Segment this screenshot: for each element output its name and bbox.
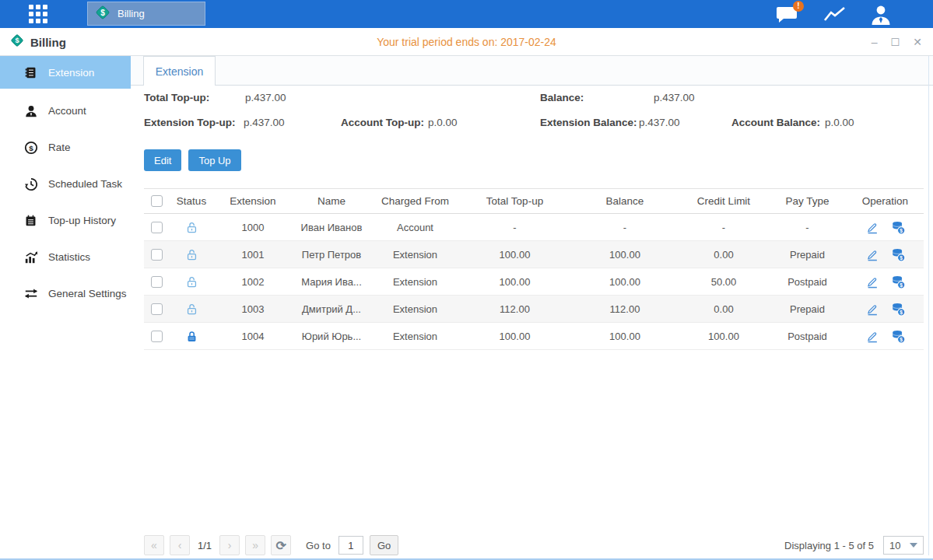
extension-topup-label: Extension Top-up: [144,117,236,128]
svg-text:$: $ [900,309,903,315]
name-cell: Юрий Юрь... [292,323,371,349]
maximize-button[interactable]: ☐ [891,37,900,47]
credit-limit-cell: 0.00 [679,241,768,268]
page-size-value: 10 [889,540,900,551]
balance-cell: 112.00 [570,296,679,322]
lock-open-icon[interactable] [185,275,198,289]
select-all-cell [144,189,169,213]
credit-limit-cell: 50.00 [679,268,768,295]
pagination-bar: « ‹ 1/1 › » ⟳ Go to Go Displaying 1 - 5 … [144,535,924,555]
goto-page-input[interactable] [338,536,363,555]
sidebar-item-account[interactable]: Account [0,93,131,129]
goto-label: Go to [306,540,331,551]
edit-pencil-icon[interactable] [865,329,879,343]
lock-open-icon[interactable] [185,303,198,316]
total-topup-cell: - [459,214,570,240]
charged-from-cell: Extension [371,268,459,295]
charged-from-cell: Extension [371,241,459,268]
edit-pencil-icon[interactable] [865,275,879,289]
credit-limit-cell: 0.00 [679,296,768,322]
top-up-coins-icon[interactable]: $ [891,275,906,289]
minimize-button[interactable]: – [872,37,878,47]
taskbar-tab-billing[interactable]: $ Billing [87,2,205,26]
sidebar-item-topup-history[interactable]: Top-up History [0,202,131,239]
tab-extension[interactable]: Extension [143,56,216,86]
account-balance-label: Account Balance: [731,117,820,128]
sidebar-item-label: Top-up History [48,215,116,226]
dollar-circle-icon: $ [23,140,38,155]
sidebar-item-rate[interactable]: $ Rate [0,129,131,166]
lock-closed-icon[interactable] [185,330,198,343]
lock-open-icon[interactable] [185,248,198,261]
billing-app-window: $ Billing ! [0,0,933,560]
notebook-icon [23,213,38,228]
first-page-button[interactable]: « [144,535,164,555]
top-up-button[interactable]: Top Up [188,149,240,171]
top-up-coins-icon[interactable]: $ [891,247,906,262]
column-header: Total Top-up [459,189,570,213]
total-topup-value: p.437.00 [245,92,286,103]
sidebar-item-scheduled-task[interactable]: Scheduled Task [0,166,131,202]
sidebar-item-label: Scheduled Task [48,178,122,190]
row-checkbox[interactable] [151,222,163,233]
billing-app-icon: $ [94,4,111,24]
sidebar-item-statistics[interactable]: Statistics [0,239,131,275]
extension-balance-label: Extension Balance: [540,117,637,128]
top-up-coins-icon[interactable]: $ [891,329,906,344]
column-header: Balance [570,189,679,213]
column-header: Pay Type [768,189,847,213]
extension-cell: 1000 [214,214,292,240]
refresh-icon[interactable]: ⟳ [271,535,291,555]
sidebar-item-general-settings[interactable]: General Settings [0,275,131,312]
user-icon[interactable] [866,3,896,26]
edit-button[interactable]: Edit [144,149,181,171]
lock-open-icon[interactable] [185,221,198,234]
top-up-coins-icon[interactable]: $ [891,220,906,235]
svg-text:$: $ [100,8,105,16]
edit-pencil-icon[interactable] [865,220,879,234]
row-checkbox[interactable] [151,331,163,342]
row-checkbox[interactable] [151,303,163,315]
table-row: 1002Мария Ива...Extension100.00100.0050.… [144,268,924,296]
pay-type-cell: Postpaid [768,323,847,349]
trial-notice: Your trial period ends on: 2017-02-24 [0,28,933,56]
select-all-checkbox[interactable] [151,195,163,207]
charged-from-cell: Extension [371,323,459,349]
last-page-button[interactable]: » [245,535,265,555]
app-grid-icon[interactable] [29,5,52,23]
name-cell: Петр Петров [292,241,371,268]
balance-label: Balance: [540,92,584,103]
table-row: 1004Юрий Юрь...Extension100.00100.00100.… [144,323,924,350]
row-checkbox[interactable] [151,249,163,261]
balance-cell: 100.00 [570,241,679,268]
next-page-button[interactable]: › [219,535,240,555]
page-size-select[interactable]: 10 [883,536,924,555]
extension-cell: 1003 [214,296,292,322]
extension-cell: 1002 [214,268,292,295]
sidebar-item-label: Rate [48,142,71,153]
chat-icon[interactable]: ! [773,3,802,26]
column-header: Status [169,189,214,213]
top-up-coins-icon[interactable]: $ [891,302,906,317]
sidebar-item-extension[interactable]: Extension [0,56,131,89]
name-cell: Мария Ива... [292,268,371,295]
system-topbar: $ Billing ! [0,0,933,28]
prev-page-button[interactable]: ‹ [170,535,190,555]
sidebar-item-label: Extension [48,67,94,79]
sidebar-item-label: Account [48,105,86,117]
row-checkbox[interactable] [151,276,163,288]
person-icon [23,103,38,118]
table-row: 1000Иван ИвановAccount----$ [144,214,924,241]
extension-topup-value: p.437.00 [244,117,285,128]
go-button[interactable]: Go [370,535,398,555]
balance-cell: 100.00 [570,268,679,295]
close-button[interactable]: ✕ [913,37,922,47]
pay-type-cell: Prepaid [768,241,847,268]
chart-icon[interactable] [820,3,850,26]
edit-pencil-icon[interactable] [865,302,879,316]
charged-from-cell: Extension [371,296,459,322]
extension-cell: 1004 [214,323,292,349]
displaying-text: Displaying 1 - 5 of 5 [784,540,874,551]
edit-pencil-icon[interactable] [865,247,879,261]
account-topup-label: Account Top-up: [341,117,424,128]
